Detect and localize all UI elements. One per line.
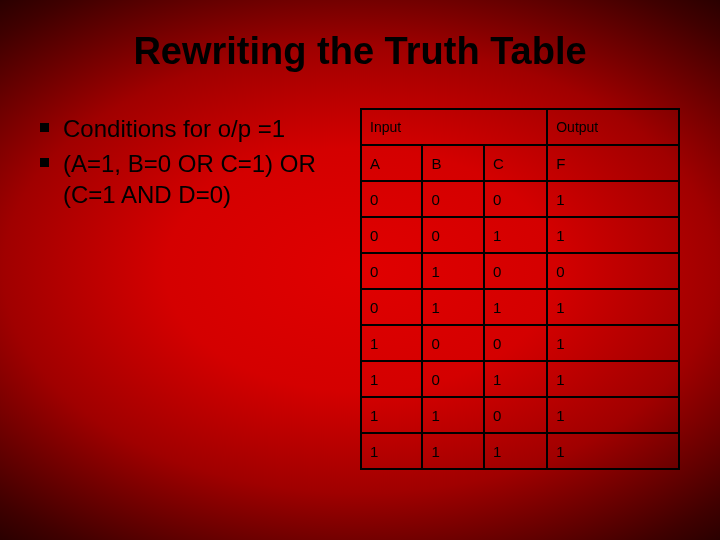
cell: 1	[547, 289, 679, 325]
col-header: B	[422, 145, 483, 181]
col-header: F	[547, 145, 679, 181]
list-item: (A=1, B=0 OR C=1) OR (C=1 AND D=0)	[40, 148, 340, 210]
table-row: 0 0 1 1	[361, 217, 679, 253]
cell: 1	[484, 289, 547, 325]
page-title: Rewriting the Truth Table	[40, 30, 680, 73]
table-row: 1 1 1 1	[361, 433, 679, 469]
bullet-list: Conditions for o/p =1 (A=1, B=0 OR C=1) …	[40, 108, 340, 470]
cell: 0	[361, 217, 422, 253]
cell: 1	[484, 361, 547, 397]
cell: 1	[422, 433, 483, 469]
cell: 1	[484, 217, 547, 253]
truth-table: Input Output A B C F 0 0 0 1 0 0	[360, 108, 680, 470]
slide: Rewriting the Truth Table Conditions for…	[0, 0, 720, 540]
bullet-text: (A=1, B=0 OR C=1) OR (C=1 AND D=0)	[63, 148, 340, 210]
col-header: A	[361, 145, 422, 181]
group-header-output: Output	[547, 109, 679, 145]
cell: 0	[422, 181, 483, 217]
bullet-icon	[40, 123, 49, 132]
table-row: 0 1 1 1	[361, 289, 679, 325]
cell: 0	[484, 181, 547, 217]
cell: 1	[422, 289, 483, 325]
cell: 0	[361, 289, 422, 325]
cell: 0	[547, 253, 679, 289]
col-header: C	[484, 145, 547, 181]
cell: 1	[547, 397, 679, 433]
group-header-input: Input	[361, 109, 547, 145]
table-row: 0 0 0 1	[361, 181, 679, 217]
bullet-text: Conditions for o/p =1	[63, 113, 285, 144]
cell: 1	[361, 361, 422, 397]
list-item: Conditions for o/p =1	[40, 113, 340, 144]
cell: 1	[484, 433, 547, 469]
cell: 1	[422, 397, 483, 433]
cell: 0	[422, 325, 483, 361]
truth-table-container: Input Output A B C F 0 0 0 1 0 0	[360, 108, 680, 470]
cell: 0	[484, 397, 547, 433]
cell: 1	[547, 217, 679, 253]
table-row: 1 0 1 1	[361, 361, 679, 397]
cell: 0	[422, 217, 483, 253]
cell: 1	[361, 325, 422, 361]
content-area: Conditions for o/p =1 (A=1, B=0 OR C=1) …	[40, 108, 680, 470]
cell: 0	[484, 253, 547, 289]
table-row: 0 1 0 0	[361, 253, 679, 289]
cell: 1	[547, 181, 679, 217]
table-row: A B C F	[361, 145, 679, 181]
cell: 1	[422, 253, 483, 289]
cell: 0	[484, 325, 547, 361]
table-row: Input Output	[361, 109, 679, 145]
cell: 0	[422, 361, 483, 397]
table-row: 1 1 0 1	[361, 397, 679, 433]
cell: 0	[361, 253, 422, 289]
cell: 1	[547, 433, 679, 469]
table-row: 1 0 0 1	[361, 325, 679, 361]
cell: 1	[361, 433, 422, 469]
cell: 1	[547, 361, 679, 397]
cell: 1	[361, 397, 422, 433]
cell: 0	[361, 181, 422, 217]
bullet-icon	[40, 158, 49, 167]
cell: 1	[547, 325, 679, 361]
